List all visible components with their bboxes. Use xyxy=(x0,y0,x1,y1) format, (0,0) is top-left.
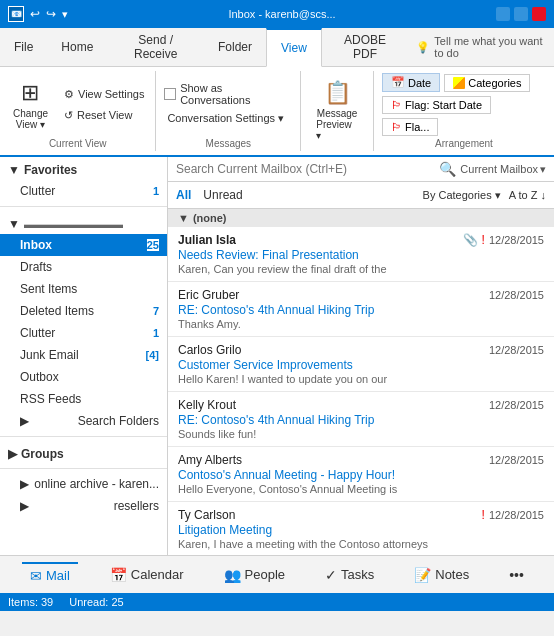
sender-0: Julian Isla xyxy=(178,233,236,247)
search-icon[interactable]: 🔍 xyxy=(439,161,456,177)
bottom-nav: ✉ Mail 📅 Calendar 👥 People ✓ Tasks 📝 Not… xyxy=(0,555,554,593)
favorites-section: ▼ Favorites Clutter 1 xyxy=(0,157,167,202)
close-button[interactable] xyxy=(532,7,546,21)
sidebar-item-sent[interactable]: Sent Items xyxy=(0,278,167,300)
reset-view-icon: ↺ xyxy=(64,109,73,122)
search-scope-dropdown[interactable]: Current Mailbox ▾ xyxy=(460,163,546,176)
change-view-label2: View ▾ xyxy=(16,119,45,130)
status-items: Items: 39 xyxy=(8,596,53,608)
groups-header[interactable]: ▶ Groups xyxy=(0,441,167,464)
clutter-fav-label: Clutter xyxy=(20,184,55,198)
sidebar-item-outbox[interactable]: Outbox xyxy=(0,366,167,388)
quick-access-undo[interactable]: ↩ xyxy=(30,7,40,21)
sidebar-item-online-archive[interactable]: ▶ online archive - karen... xyxy=(0,473,167,495)
nav-tasks[interactable]: ✓ Tasks xyxy=(317,563,382,587)
a-to-z-button[interactable]: A to Z ↓ xyxy=(509,189,546,201)
calendar-nav-icon: 📅 xyxy=(110,567,127,583)
tab-view[interactable]: View xyxy=(266,28,322,67)
email-item-5[interactable]: Ty Carlson ! 12/28/2015 Litigation Meeti… xyxy=(168,502,554,555)
sidebar-divider-1 xyxy=(0,206,167,207)
app-icon: 📧 xyxy=(8,6,24,22)
online-archive-collapse: ▶ xyxy=(20,477,29,491)
flag-button[interactable]: 🏳 Fla... xyxy=(382,118,438,136)
group-label-text: (none) xyxy=(193,212,227,224)
flag-start-date-button[interactable]: 🏳 Flag: Start Date xyxy=(382,96,491,114)
nav-people[interactable]: 👥 People xyxy=(216,563,293,587)
tab-home[interactable]: Home xyxy=(47,28,107,66)
sidebar-item-clutter[interactable]: Clutter 1 xyxy=(0,322,167,344)
sidebar-item-search-folders[interactable]: ▶ Search Folders xyxy=(0,410,167,432)
preview-0: Karen, Can you review the final draft of… xyxy=(178,263,544,275)
group-collapse-icon[interactable]: ▼ xyxy=(178,212,189,224)
mailbox-header[interactable]: ▼ ▬▬▬▬▬▬▬▬▬ xyxy=(0,211,167,234)
nav-more[interactable]: ••• xyxy=(501,563,532,587)
filter-all-button[interactable]: All xyxy=(176,186,191,204)
sender-3: Kelly Krout xyxy=(178,398,236,412)
tasks-nav-label: Tasks xyxy=(341,567,374,582)
tab-folder[interactable]: Folder xyxy=(204,28,266,66)
conversation-settings-button[interactable]: Conversation Settings ▾ xyxy=(164,109,292,128)
sender-2: Carlos Grilo xyxy=(178,343,241,357)
email-item-3[interactable]: Kelly Krout 12/28/2015 RE: Contoso's 4th… xyxy=(168,392,554,447)
favorites-header[interactable]: ▼ Favorites xyxy=(0,157,167,180)
sender-4: Amy Alberts xyxy=(178,453,242,467)
notes-nav-label: Notes xyxy=(435,567,469,582)
mailbox-label: ▬▬▬▬▬▬▬▬▬ xyxy=(24,218,123,230)
email-item-0[interactable]: Julian Isla 📎 ! 12/28/2015 Needs Review:… xyxy=(168,227,554,282)
sent-label: Sent Items xyxy=(20,282,77,296)
tab-adobe-pdf[interactable]: ADOBE PDF xyxy=(322,28,409,66)
search-scope-chevron: ▾ xyxy=(540,163,546,176)
categories-icon xyxy=(453,77,465,89)
date-button[interactable]: 📅 Date xyxy=(382,73,440,92)
message-preview-button[interactable]: 📋 Message Preview ▾ xyxy=(309,73,365,147)
tab-send-receive[interactable]: Send / Receive xyxy=(107,28,204,66)
subject-5: Litigation Meeting xyxy=(178,523,478,537)
sidebar-item-rss[interactable]: RSS Feeds xyxy=(0,388,167,410)
filter-unread-button[interactable]: Unread xyxy=(203,186,242,204)
ribbon-group-current-view: ⊞ Change View ▾ ⚙ View Settings ↺ Reset … xyxy=(0,71,156,151)
nav-notes[interactable]: 📝 Notes xyxy=(406,563,477,587)
show-as-conversations-row[interactable]: Show as Conversations xyxy=(164,82,292,106)
sender-1: Eric Gruber xyxy=(178,288,239,302)
subject-0: Needs Review: Final Presentation xyxy=(178,248,478,262)
tab-file[interactable]: File xyxy=(0,28,47,66)
maximize-button[interactable] xyxy=(514,7,528,21)
sidebar-item-inbox[interactable]: Inbox 25 xyxy=(0,234,167,256)
date-1: 12/28/2015 xyxy=(489,289,544,301)
quick-access-more[interactable]: ▾ xyxy=(62,8,68,21)
change-view-label: Change xyxy=(13,108,48,119)
email-item-1[interactable]: Eric Gruber 12/28/2015 RE: Contoso's 4th… xyxy=(168,282,554,337)
nav-mail[interactable]: ✉ Mail xyxy=(22,562,78,588)
current-view-group-label: Current View xyxy=(49,136,107,149)
show-as-conversations-checkbox[interactable] xyxy=(164,88,176,100)
resellers-collapse: ▶ xyxy=(20,499,29,513)
sidebar-item-clutter-fav[interactable]: Clutter 1 xyxy=(0,180,167,202)
quick-access-redo[interactable]: ↪ xyxy=(46,7,56,21)
by-categories-button[interactable]: By Categories ▾ xyxy=(423,189,501,202)
categories-button[interactable]: Categories xyxy=(444,74,530,92)
status-unread: Unread: 25 xyxy=(69,596,123,608)
online-archive-label: online archive - karen... xyxy=(34,477,159,491)
groups-collapse-icon: ▶ xyxy=(8,447,17,461)
email-item-4[interactable]: Amy Alberts 12/28/2015 Contoso's Annual … xyxy=(168,447,554,502)
sidebar-item-drafts[interactable]: Drafts xyxy=(0,256,167,278)
preview-2: Hello Karen! I wanted to update you on o… xyxy=(178,373,544,385)
clutter-badge: 1 xyxy=(153,327,159,339)
sidebar-item-resellers[interactable]: ▶ resellers xyxy=(0,495,167,517)
ribbon-content: ⊞ Change View ▾ ⚙ View Settings ↺ Reset … xyxy=(0,67,554,157)
change-view-icon: ⊞ xyxy=(21,80,39,106)
change-view-button[interactable]: ⊞ Change View ▾ xyxy=(6,76,55,134)
tell-me-text[interactable]: Tell me what you want to do xyxy=(434,35,546,59)
flag-start-date-label: Flag: Start Date xyxy=(405,99,482,111)
minimize-button[interactable] xyxy=(496,7,510,21)
email-item-2[interactable]: Carlos Grilo 12/28/2015 Customer Service… xyxy=(168,337,554,392)
nav-calendar[interactable]: 📅 Calendar xyxy=(102,563,192,587)
search-input[interactable] xyxy=(176,162,435,176)
sidebar-item-junk[interactable]: Junk Email [4] xyxy=(0,344,167,366)
view-settings-button[interactable]: ⚙ View Settings xyxy=(59,85,149,104)
reset-view-button[interactable]: ↺ Reset View xyxy=(59,106,149,125)
subject-4: Contoso's Annual Meeting - Happy Hour! xyxy=(178,468,478,482)
subject-1: RE: Contoso's 4th Annual Hiking Trip xyxy=(178,303,478,317)
sidebar-item-deleted[interactable]: Deleted Items 7 xyxy=(0,300,167,322)
filter-left: All Unread xyxy=(176,186,243,204)
